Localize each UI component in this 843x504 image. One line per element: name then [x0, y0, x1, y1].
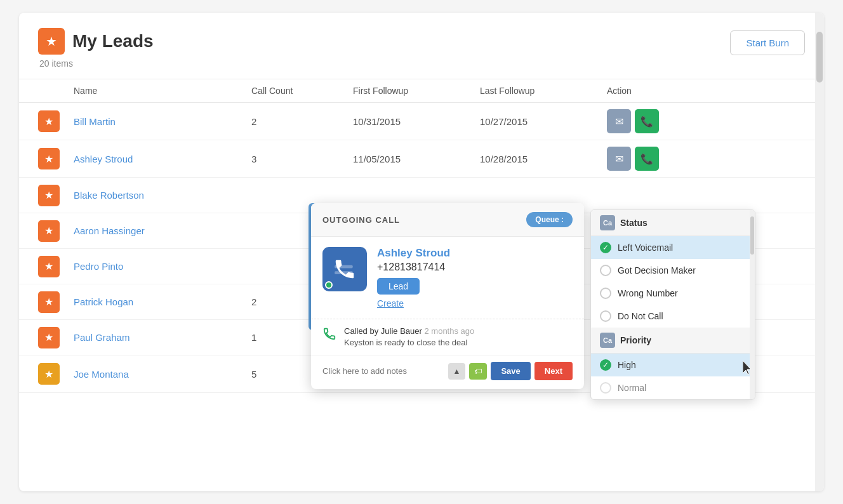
call-panel-header: OUTGOING CALL Queue : [311, 203, 584, 237]
leads-star-icon: ★ [38, 28, 65, 55]
notes-controls: ▲ 🏷 Save Next [448, 362, 573, 380]
call-button[interactable]: 📞 [635, 109, 659, 133]
svg-rect-1 [335, 265, 353, 269]
row-star-icon: ★ [38, 220, 60, 242]
radio-voicemail: ✓ [600, 242, 611, 253]
lead-name[interactable]: Ashley Stroud [74, 154, 251, 164]
table-row: ★ Ashley Stroud 3 11/05/2015 10/28/2015 … [19, 140, 824, 178]
status-label-decision-maker: Got Decision Maker [618, 265, 696, 275]
lead-name[interactable]: Pedro Pinto [74, 261, 251, 272]
radio-high: ✓ [600, 359, 611, 371]
row-star-icon: ★ [38, 110, 60, 132]
priority-section-icon: Ca [600, 333, 615, 348]
header-title-row: ★ My Leads [38, 28, 154, 55]
status-option-wrong-number[interactable]: Wrong Number [591, 282, 755, 305]
col-last-followup: Last Followup [480, 86, 607, 96]
priority-label-high: High [618, 360, 636, 370]
first-followup: 11/05/2015 [353, 154, 480, 164]
mail-button[interactable]: ✉ [607, 147, 631, 171]
table-row: ★ Bill Martin 2 10/31/2015 10/27/2015 ✉ … [19, 103, 824, 140]
mail-button[interactable]: ✉ [607, 109, 631, 133]
notes-row: ▲ 🏷 Save Next [311, 355, 584, 389]
status-panel: Ca Status ✓ Left Voicemail Got Decision … [590, 209, 755, 400]
save-button[interactable]: Save [491, 362, 530, 380]
call-avatar [322, 247, 367, 291]
scrollbar[interactable] [815, 13, 824, 491]
status-section-icon: Ca [600, 215, 615, 230]
call-panel-body: Ashley Stroud +12813817414 Lead Create [311, 237, 584, 319]
status-option-decision-maker[interactable]: Got Decision Maker [591, 259, 755, 282]
call-count: 2 [251, 116, 353, 127]
notes-input[interactable] [322, 366, 443, 376]
arrow-up-button[interactable]: ▲ [448, 363, 466, 380]
history-time-label: 2 months ago [424, 326, 474, 336]
page-title: My Leads [72, 31, 154, 51]
priority-label-normal: Normal [618, 383, 646, 393]
scrollbar-thumb[interactable] [816, 32, 823, 83]
queue-badge: Queue : [526, 212, 573, 227]
row-star-icon: ★ [38, 256, 60, 277]
history-text: Called by Julie Bauer 2 months ago Keyst… [344, 326, 474, 348]
lead-name[interactable]: Paul Graham [74, 332, 251, 343]
priority-section-title: Priority [620, 335, 651, 345]
call-panel: OUTGOING CALL Queue : Ashley Stroud +128… [311, 203, 584, 389]
lead-name[interactable]: Bill Martin [74, 116, 251, 127]
call-info: Ashley Stroud +12813817414 Lead Create [377, 247, 573, 308]
radio-wrong-number [600, 288, 611, 299]
priority-option-high[interactable]: ✓ High [591, 354, 755, 376]
call-panel-title: OUTGOING CALL [322, 215, 400, 225]
history-message: Keyston is ready to close the deal [344, 338, 467, 347]
col-icon [38, 86, 74, 96]
lead-name[interactable]: Blake Robertson [74, 190, 251, 201]
row-star-icon: ★ [38, 185, 60, 206]
status-option-do-not-call[interactable]: Do Not Call [591, 305, 755, 328]
call-contact-name[interactable]: Ashley Stroud [377, 247, 573, 260]
status-label-do-not-call: Do Not Call [618, 311, 663, 321]
row-star-icon: ★ [38, 327, 60, 348]
col-name: Name [74, 86, 251, 96]
header-left: ★ My Leads 20 items [38, 28, 154, 69]
action-icons: ✉ 📞 [607, 147, 805, 171]
col-first-followup: First Followup [353, 86, 480, 96]
last-followup: 10/28/2015 [480, 154, 607, 164]
row-star-icon: ★ [38, 291, 60, 313]
history-caller: Called by Julie Bauer [344, 326, 422, 336]
table-header: Name Call Count First Followup Last Foll… [19, 79, 824, 103]
col-call-count: Call Count [251, 86, 353, 96]
call-count: 3 [251, 154, 353, 164]
page-header: ★ My Leads 20 items Start Burn [19, 13, 824, 79]
col-action: Action [607, 86, 805, 96]
tag-button[interactable]: 🏷 [469, 363, 487, 380]
action-icons: ✉ 📞 [607, 109, 805, 133]
history-phone-icon [322, 327, 336, 344]
status-label-voicemail: Left Voicemail [618, 242, 673, 253]
status-scrollbar[interactable] [750, 210, 755, 399]
lead-name[interactable]: Aaron Hassinger [74, 225, 251, 236]
status-scrollbar-thumb[interactable] [750, 216, 754, 255]
lead-tag-button[interactable]: Lead [377, 278, 420, 295]
radio-decision-maker [600, 265, 611, 276]
item-count: 20 items [39, 58, 154, 69]
call-phone: +12813817414 [377, 262, 573, 273]
phone-avatar-icon [333, 257, 357, 281]
create-link[interactable]: Create [377, 298, 573, 308]
call-history: Called by Julie Bauer 2 months ago Keyst… [311, 319, 584, 355]
last-followup: 10/27/2015 [480, 116, 607, 127]
status-section-header: Ca Status [591, 210, 755, 236]
lead-name[interactable]: Patrick Hogan [74, 296, 251, 307]
svg-rect-0 [335, 271, 353, 274]
status-section-title: Status [620, 218, 647, 228]
online-status-dot [325, 281, 333, 289]
row-star-icon: ★ [38, 363, 60, 385]
next-button[interactable]: Next [534, 362, 573, 380]
call-button[interactable]: 📞 [635, 147, 659, 171]
priority-section-header: Ca Priority [591, 328, 755, 354]
first-followup: 10/31/2015 [353, 116, 480, 127]
radio-do-not-call [600, 310, 611, 322]
start-burn-button[interactable]: Start Burn [730, 30, 805, 55]
lead-name[interactable]: Joe Montana [74, 369, 251, 380]
status-option-voicemail[interactable]: ✓ Left Voicemail [591, 236, 755, 259]
row-star-icon: ★ [38, 148, 60, 169]
priority-option-normal[interactable]: Normal [591, 376, 755, 399]
radio-normal [600, 382, 611, 394]
